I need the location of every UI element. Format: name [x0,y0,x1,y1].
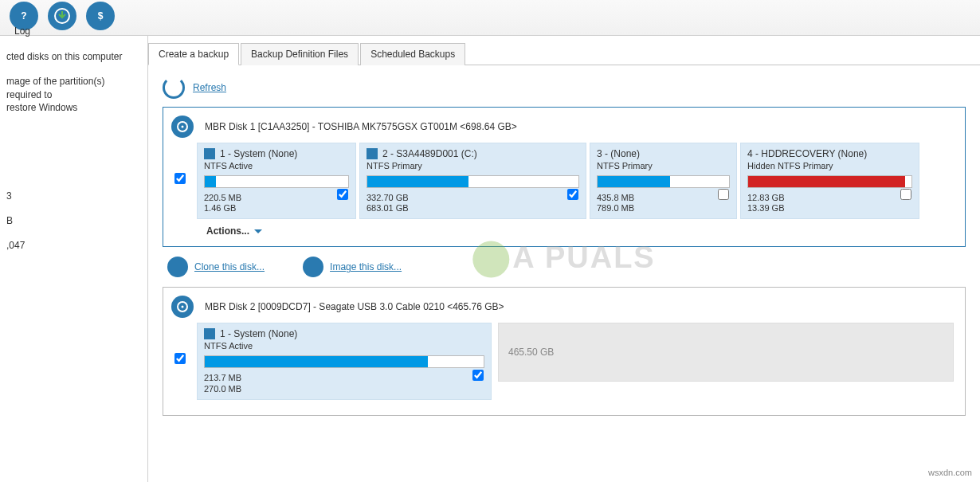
partition-d1-1[interactable]: 1 - System (None)NTFS Active220.5 MB1.46… [197,143,356,219]
partition-checkbox[interactable] [567,189,578,200]
partition-label: 3 - (None) [597,148,640,159]
sidebar-text-2: mage of the partition(s) required torest… [6,75,141,115]
tabs: Create a backup Backup Definition Files … [148,42,980,65]
refresh-link[interactable]: Refresh [193,82,226,93]
partition-checkbox[interactable] [900,189,911,200]
disk-icon [171,116,194,138]
svg-point-4 [182,306,184,308]
image-disk-link[interactable]: Image this disk... [330,261,402,272]
disk-2-title: MBR Disk 2 [0009DCD7] - Seagate USB 3.0 … [205,301,504,312]
partition-label: 2 - S3A4489D001 (C:) [382,148,477,159]
windows-icon [367,148,378,159]
usage-bar [597,175,730,188]
usage-bar [204,175,349,188]
partition-type: NTFS Active [204,161,349,170]
disk-1-title: MBR Disk 1 [C1AA3250] - TOSHIBA MK7575GS… [205,121,517,132]
unallocated-space: 465.50 GB [498,323,954,382]
partition-sizes: 435.8 MB789.0 MB [597,193,730,214]
tab-scheduled-backups[interactable]: Scheduled Backups [360,43,465,65]
log-button[interactable]: Log [8,22,37,40]
clone-icon [167,257,188,277]
partition-checkbox[interactable] [718,189,729,200]
partition-sizes: 213.7 MB270.0 MB [204,373,484,394]
partition-checkbox[interactable] [472,370,484,381]
windows-icon [204,148,215,159]
partition-label: 1 - System (None) [220,328,297,339]
chevron-down-icon [254,229,262,237]
toolbar-icon-2[interactable] [48,2,76,30]
credit-text: wsxdn.com [928,468,972,477]
tab-create-backup[interactable]: Create a backup [148,43,239,65]
sidebar: cted disks on this computer mage of the … [0,36,148,482]
partition-d1-2[interactable]: 2 - S3A4489D001 (C:)NTFS Primary332.70 G… [359,143,586,219]
partition-d1-3[interactable]: 3 - (None)NTFS Primary435.8 MB789.0 MB [590,143,737,219]
usage-bar [204,355,484,368]
partition-label: 4 - HDDRECOVERY (None) [747,148,867,159]
toolbar-icon-3[interactable]: $ [86,2,115,30]
sidebar-stat-1: 3 [6,190,141,203]
tab-definition-files[interactable]: Backup Definition Files [241,43,359,65]
partition-sizes: 220.5 MB1.46 GB [204,193,349,214]
image-icon [303,257,323,277]
disk-icon [171,296,194,318]
partition-d2-1[interactable]: 1 - System (None)NTFS Active213.7 MB270.… [197,323,492,399]
actions-dropdown[interactable]: Actions... [206,225,954,237]
svg-point-2 [182,126,184,128]
sidebar-text-1: cted disks on this computer [6,50,141,64]
disk-1-box: MBR Disk 1 [C1AA3250] - TOSHIBA MK7575GS… [163,107,966,247]
partition-type: NTFS Active [204,341,484,351]
partition-checkbox[interactable] [337,189,348,200]
partition-sizes: 332.70 GB683.01 GB [367,193,579,214]
sidebar-stat-2: B [6,214,141,228]
disk-2-box: MBR Disk 2 [0009DCD7] - Seagate USB 3.0 … [163,287,966,416]
refresh-icon[interactable] [163,76,185,99]
partition-type: NTFS Primary [597,161,730,170]
disk-1-checkbox[interactable] [174,173,186,184]
partition-label: 1 - System (None) [220,148,297,159]
partition-d1-4[interactable]: 4 - HDDRECOVERY (None)Hidden NTFS Primar… [740,143,919,219]
partition-type: NTFS Primary [367,161,579,170]
clone-disk-link[interactable]: Clone this disk... [194,261,265,272]
windows-icon [204,328,215,339]
disk-2-checkbox[interactable] [174,353,186,364]
partition-type: Hidden NTFS Primary [747,161,912,170]
partition-sizes: 12.83 GB13.39 GB [747,193,912,214]
usage-bar [747,175,912,188]
usage-bar [367,175,579,188]
sidebar-stat-3: ,047 [6,239,141,253]
